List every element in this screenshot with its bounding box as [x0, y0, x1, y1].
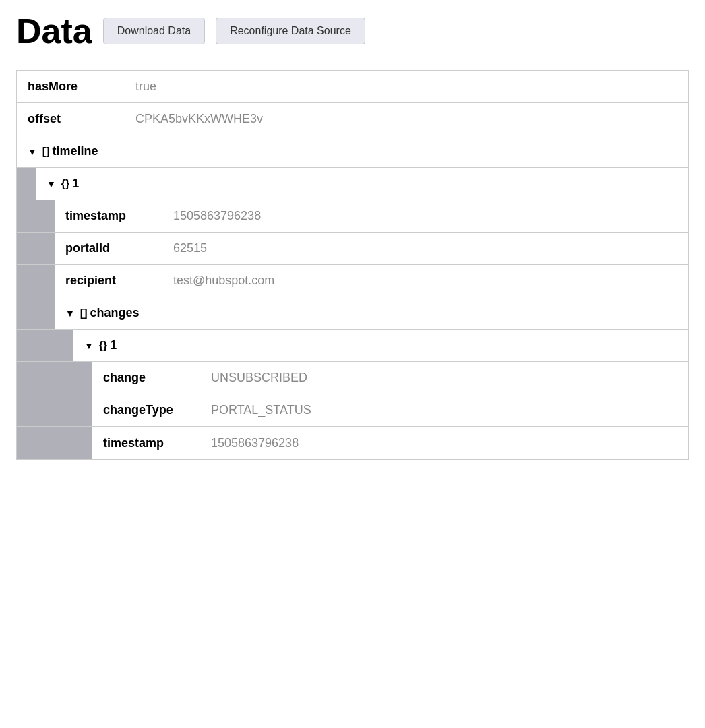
tree-row-recipient: recipienttest@hubspot.com — [17, 265, 688, 297]
expand-icon[interactable]: ▼ — [28, 146, 37, 157]
page-header: Data Download Data Reconfigure Data Sour… — [16, 13, 689, 49]
download-data-button[interactable]: Download Data — [103, 18, 205, 44]
field-value: CPKA5bvKKxWWHE3v — [135, 112, 263, 126]
tree-row-portalId: portalId62515 — [17, 233, 688, 265]
tree-row-changeType: changeTypePORTAL_STATUS — [17, 394, 688, 427]
indent-bar — [17, 394, 92, 426]
field-value: PORTAL_STATUS — [211, 403, 311, 417]
field-key: portalId — [65, 241, 173, 255]
tree-row-change: changeUNSUBSCRIBED — [17, 362, 688, 394]
field-value: true — [135, 80, 156, 94]
type-indicator: [] — [42, 146, 50, 158]
expand-icon[interactable]: ▼ — [65, 308, 75, 319]
field-value: 62515 — [173, 241, 207, 255]
field-value: 1505863796238 — [211, 436, 299, 450]
reconfigure-data-source-button[interactable]: Reconfigure Data Source — [216, 18, 365, 44]
field-value: test@hubspot.com — [173, 274, 274, 288]
field-key: change — [103, 371, 211, 385]
indent-bar — [17, 330, 73, 361]
field-value: UNSUBSCRIBED — [211, 371, 307, 385]
tree-row-changes: ▼[] changes — [17, 297, 688, 330]
expand-icon[interactable]: ▼ — [84, 340, 94, 351]
section-label: 1 — [110, 338, 117, 353]
indent-bar — [17, 233, 55, 264]
type-indicator: {} — [99, 340, 107, 352]
field-key: recipient — [65, 274, 173, 288]
indent-bar — [17, 427, 92, 459]
tree-row-timeline: ▼[] timeline — [17, 135, 688, 168]
type-indicator: {} — [61, 178, 69, 190]
section-label: 1 — [72, 177, 79, 191]
data-tree: hasMoretrueoffsetCPKA5bvKKxWWHE3v▼[] tim… — [16, 70, 689, 460]
indent-bar — [17, 200, 55, 232]
field-key: hasMore — [28, 80, 135, 94]
tree-row-timestamp-1: timestamp1505863796238 — [17, 200, 688, 233]
indent-bar — [17, 168, 36, 200]
tree-row-offset: offsetCPKA5bvKKxWWHE3v — [17, 103, 688, 135]
section-label: timeline — [53, 144, 98, 158]
field-key: changeType — [103, 403, 211, 417]
page-title: Data — [16, 13, 92, 49]
tree-row-timeline-1: ▼{} 1 — [17, 168, 688, 200]
field-key: timestamp — [65, 209, 173, 223]
tree-row-hasMore: hasMoretrue — [17, 71, 688, 103]
field-key: offset — [28, 112, 135, 126]
field-key: timestamp — [103, 436, 211, 450]
field-value: 1505863796238 — [173, 209, 261, 223]
tree-row-changes-1: ▼{} 1 — [17, 330, 688, 362]
indent-bar — [17, 265, 55, 297]
expand-icon[interactable]: ▼ — [47, 179, 56, 189]
type-indicator: [] — [80, 307, 88, 320]
indent-bar — [17, 297, 55, 329]
indent-bar — [17, 362, 92, 394]
section-label: changes — [90, 306, 140, 320]
tree-row-timestamp-2: timestamp1505863796238 — [17, 427, 688, 459]
